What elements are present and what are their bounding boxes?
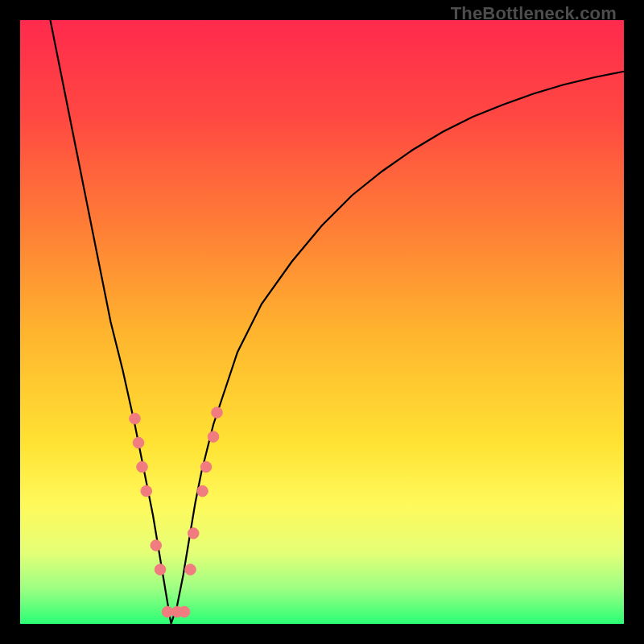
curve-marker <box>188 528 199 539</box>
curve-marker <box>133 437 144 448</box>
curve-marker <box>208 431 219 443</box>
chart-svg <box>20 20 624 624</box>
curve-marker <box>155 564 166 576</box>
plot-area <box>20 20 624 624</box>
curve-marker <box>137 461 148 473</box>
curve-marker <box>185 564 196 576</box>
curve-marker <box>212 407 223 419</box>
curve-marker <box>151 540 162 551</box>
curve-marker <box>197 485 208 497</box>
watermark-label: TheBottleneck.com <box>451 3 617 24</box>
curve-marker <box>130 413 141 424</box>
curve-marker <box>179 606 190 617</box>
curve-marker <box>141 485 152 497</box>
curve-marker <box>200 461 212 473</box>
